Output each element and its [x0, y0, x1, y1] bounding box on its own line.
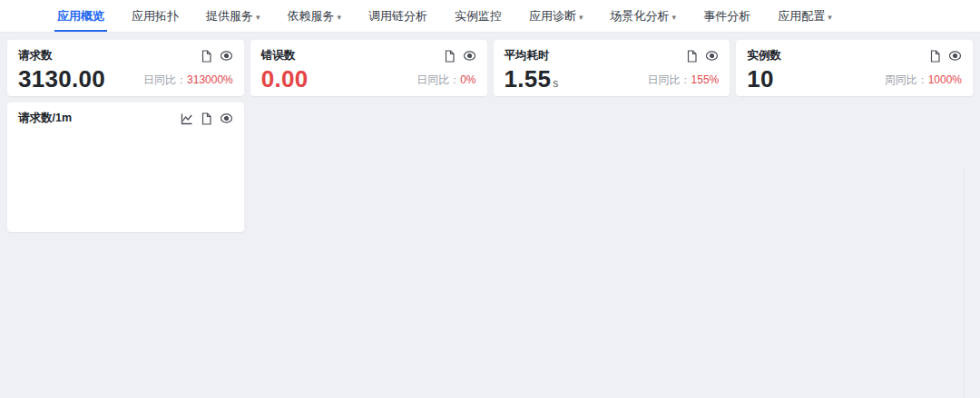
eye-icon[interactable]: [220, 50, 233, 62]
kpi-value: 10: [747, 67, 774, 91]
nav-tab-1[interactable]: 应用拓扑: [118, 0, 192, 32]
card-actions: [929, 50, 962, 63]
kpi-compare: 日同比：155%: [648, 73, 720, 91]
nav-tab-label: 应用概览: [57, 8, 104, 24]
chevron-down-icon: ▾: [672, 13, 677, 22]
document-icon[interactable]: [929, 50, 941, 63]
kpi-compare: 日同比：313000%: [143, 73, 233, 91]
document-icon[interactable]: [444, 50, 456, 63]
eye-icon[interactable]: [948, 50, 962, 62]
kpi-title: 请求数: [18, 48, 53, 63]
toolbar-connector-line: [964, 169, 965, 398]
nav-tab-4[interactable]: 调用链分析: [355, 0, 441, 32]
nav-tab-label: 场景化分析: [611, 8, 670, 24]
kpi-compare: 周同比：1000%: [885, 73, 962, 91]
dashboard-content: 请求数3130.00日同比：313000%错误数0.00日同比：0%平均耗时1.…: [0, 33, 980, 398]
card-actions: [181, 112, 233, 125]
chevron-down-icon: ▾: [338, 13, 342, 22]
nav-tab-0[interactable]: 应用概览: [44, 0, 118, 32]
kpi-card-0: 请求数3130.00日同比：313000%: [7, 40, 244, 96]
kpi-card-1: 错误数0.00日同比：0%: [250, 40, 487, 96]
nav-tab-3[interactable]: 依赖服务▾: [274, 0, 356, 32]
card-actions: [201, 50, 233, 63]
kpi-compare: 日同比：0%: [416, 73, 475, 91]
document-icon[interactable]: [201, 112, 212, 125]
top-nav: 应用概览应用拓扑提供服务▾依赖服务▾调用链分析实例监控应用诊断▾场景化分析▾事件…: [0, 0, 980, 33]
kpi-value: 1.55s: [505, 67, 559, 91]
document-icon[interactable]: [686, 50, 698, 63]
nav-tab-label: 提供服务: [206, 8, 253, 24]
nav-tab-5[interactable]: 实例监控: [441, 0, 515, 32]
nav-tab-9[interactable]: 应用配置▾: [764, 0, 846, 32]
nav-tab-2[interactable]: 提供服务▾: [192, 0, 274, 32]
nav-tab-label: 实例监控: [455, 8, 502, 24]
kpi-title: 错误数: [261, 48, 296, 63]
chevron-down-icon: ▾: [828, 13, 832, 22]
nav-tab-label: 应用诊断: [529, 8, 576, 24]
kpi-title: 实例数: [747, 48, 781, 63]
nav-tab-7[interactable]: 场景化分析▾: [597, 0, 691, 32]
trend-chart-icon[interactable]: [181, 112, 193, 125]
nav-tab-8[interactable]: 事件分析: [690, 0, 764, 32]
card-actions: [686, 50, 719, 63]
kpi-unit: s: [553, 77, 558, 90]
card-actions: [444, 50, 476, 63]
kpi-value: 0.00: [261, 67, 309, 91]
nav-tab-6[interactable]: 应用诊断▾: [515, 0, 597, 32]
card-title: 请求数/1m: [18, 111, 72, 126]
kpi-card-2: 平均耗时1.55s日同比：155%: [494, 40, 730, 96]
eye-icon[interactable]: [705, 50, 719, 62]
requests-per-min-chart-card: 请求数/1m: [7, 102, 244, 232]
nav-tab-label: 事件分析: [703, 8, 750, 24]
chevron-down-icon: ▾: [579, 13, 583, 22]
chevron-down-icon: ▾: [256, 13, 260, 22]
kpi-value: 3130.00: [18, 67, 105, 91]
kpi-title: 平均耗时: [505, 48, 550, 63]
nav-tab-label: 依赖服务: [288, 8, 335, 24]
kpi-card-3: 实例数10周同比：1000%: [736, 40, 973, 96]
nav-tab-label: 应用拓扑: [132, 8, 179, 24]
document-icon[interactable]: [201, 50, 212, 63]
eye-icon[interactable]: [220, 112, 233, 124]
nav-tab-label: 调用链分析: [368, 8, 427, 24]
nav-tab-label: 应用配置: [778, 8, 825, 24]
eye-icon[interactable]: [463, 50, 476, 62]
